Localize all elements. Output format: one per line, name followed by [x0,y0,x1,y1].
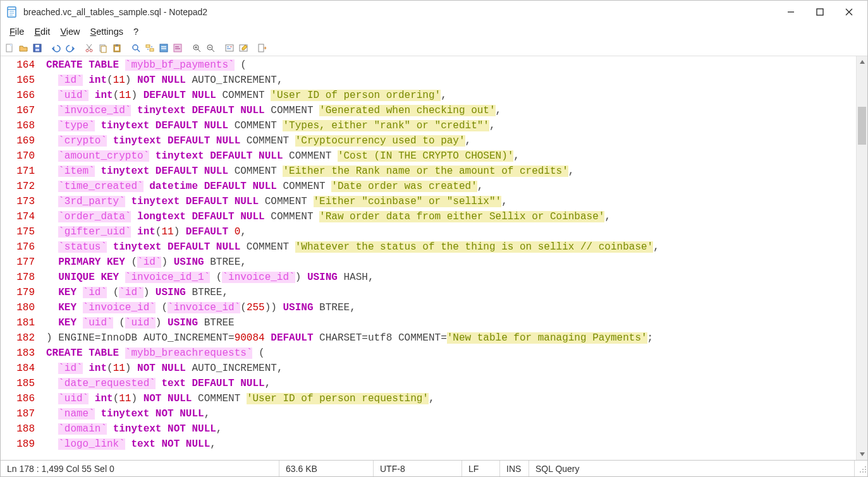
menu-help[interactable]: ? [128,25,144,38]
code-line[interactable]: PRIMARY KEY (`id`) USING BTREE, [46,255,867,270]
code-line[interactable]: `3rd_party` tinytext DEFAULT NULL COMMEN… [46,194,867,209]
menu-file-label: ile [15,27,25,37]
code-area[interactable]: CREATE TABLE `mybb_bf_payments` ( `id` i… [46,56,867,460]
status-encoding[interactable]: UTF-8 [374,461,462,476]
word-wrap-icon[interactable] [157,42,170,54]
undo-icon[interactable] [50,42,63,54]
save-icon[interactable] [31,42,44,54]
code-line[interactable]: `domain` tinytext NOT NULL, [46,421,867,437]
line-number: 166 [1,88,35,103]
copy-icon[interactable] [97,42,109,54]
scroll-thumb[interactable] [858,107,866,145]
code-line[interactable]: `logo_link` text NOT NULL, [46,437,867,452]
code-line[interactable]: `type` tinytext DEFAULT NULL COMMENT 'Ty… [46,118,867,133]
code-line[interactable]: KEY `invoice_id` (`invoice_id`(255)) USI… [46,300,867,315]
menu-view[interactable]: View [55,25,85,38]
find-icon[interactable] [130,42,142,54]
line-number: 173 [1,194,35,209]
line-number: 180 [1,300,35,315]
code-line[interactable]: KEY `id` (`id`) USING BTREE, [46,285,867,300]
code-line[interactable]: `item` tinytext DEFAULT NULL COMMENT 'Ei… [46,164,867,179]
svg-rect-21 [226,45,233,51]
paste-icon[interactable] [111,42,123,54]
titlebar: breached.vc_all_tables_sample.sql - Note… [1,1,867,23]
code-line[interactable]: CREATE TABLE `mybb_breachrequests` ( [46,346,867,361]
window-title: breached.vc_all_tables_sample.sql - Note… [23,7,207,17]
replace-icon[interactable] [144,42,156,54]
code-line[interactable]: KEY `uid` (`uid`) USING BTREE [46,315,867,330]
zoom-in-icon[interactable] [190,42,203,54]
code-line[interactable]: `status` tinytext DEFAULT NULL COMMENT '… [46,239,867,255]
code-line[interactable]: `order_data` longtext DEFAULT NULL COMME… [46,209,867,224]
close-button[interactable] [834,3,864,21]
line-number: 179 [1,285,35,300]
new-file-icon[interactable] [3,42,16,54]
minimize-button[interactable] [776,3,805,21]
line-number: 167 [1,103,35,118]
code-line[interactable]: `id` int(11) NOT NULL AUTO_INCREMENT, [46,361,867,376]
code-line[interactable]: `invoice_id` tinytext DEFAULT NULL COMME… [46,103,867,118]
code-line[interactable]: CREATE TABLE `mybb_bf_payments` ( [46,57,867,73]
line-number: 175 [1,224,35,239]
svg-point-27 [860,471,861,473]
scroll-down-icon[interactable] [857,449,867,460]
code-line[interactable]: `name` tinytext NOT NULL, [46,406,867,421]
svg-rect-3 [10,44,12,46]
code-line[interactable]: ) ENGINE=InnoDB AUTO_INCREMENT=90084 DEF… [46,330,867,346]
svg-rect-6 [35,49,39,51]
status-ovr[interactable]: INS [500,461,529,476]
line-number-gutter: 1641651661671681691701711721731741751761… [1,56,37,460]
code-line[interactable]: `uid` int(11) NOT NULL COMMENT 'User ID … [46,391,867,406]
resize-grip-icon[interactable] [855,464,867,474]
scroll-up-icon[interactable] [857,56,867,68]
status-eol[interactable]: LF [462,461,500,476]
svg-point-25 [862,471,864,473]
svg-point-14 [133,45,138,50]
code-line[interactable]: `amount_crypto` tinytext DEFAULT NULL CO… [46,148,867,164]
redo-icon[interactable] [64,42,76,54]
line-number: 185 [1,376,35,391]
customize-icon[interactable] [237,42,250,54]
line-number: 172 [1,179,35,194]
menu-edit-label: dit [40,27,50,37]
line-number: 177 [1,255,35,270]
code-line[interactable]: `crypto` tinytext DEFAULT NULL COMMENT '… [46,133,867,148]
code-line[interactable]: `uid` int(11) DEFAULT NULL COMMENT 'User… [46,88,867,103]
line-number: 181 [1,315,35,330]
cut-icon[interactable] [83,42,95,54]
vertical-scrollbar[interactable] [856,56,867,460]
menu-edit[interactable]: Edit [29,25,55,38]
menu-settings[interactable]: Settings [85,25,128,38]
line-number: 174 [1,209,35,224]
code-line[interactable]: `time_created` datetime DEFAULT NULL COM… [46,179,867,194]
open-file-icon[interactable] [17,42,30,54]
svg-rect-17 [160,44,168,52]
line-number: 165 [1,73,35,88]
svg-rect-18 [174,44,181,52]
code-line[interactable]: `date_requested` text DEFAULT NULL, [46,376,867,391]
line-number: 164 [1,57,35,73]
zoom-out-icon[interactable] [204,42,217,54]
line-number: 178 [1,270,35,285]
line-number: 169 [1,133,35,148]
line-number: 171 [1,164,35,179]
code-line[interactable]: `id` int(11) NOT NULL AUTO_INCREMENT, [46,73,867,88]
svg-point-29 [865,466,866,468]
statusbar: Ln 178 : 1,499 Col 55 Sel 0 63.6 KB UTF-… [1,460,867,476]
scheme-icon[interactable] [223,42,236,54]
line-number: 176 [1,239,35,255]
status-position: Ln 178 : 1,499 Col 55 Sel 0 [1,461,279,476]
app-window: breached.vc_all_tables_sample.sql - Note… [0,0,868,477]
code-line[interactable]: `gifter_uid` int(11) DEFAULT 0, [46,224,867,239]
line-number: 189 [1,437,35,452]
menu-file[interactable]: File [4,25,29,38]
maximize-button[interactable] [805,3,834,21]
code-line[interactable]: UNIQUE KEY `invoice_id_1` (`invoice_id`)… [46,270,867,285]
selection-icon[interactable] [171,42,184,54]
exit-icon[interactable] [256,42,269,54]
fold-margin [37,56,46,460]
svg-rect-10 [101,46,106,52]
svg-rect-13 [115,47,119,51]
status-lexer[interactable]: SQL Query [529,461,586,476]
editor[interactable]: 1641651661671681691701711721731741751761… [1,56,867,460]
